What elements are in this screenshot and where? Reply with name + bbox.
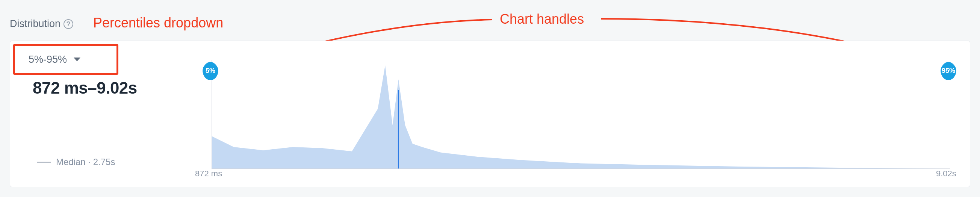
percentiles-dropdown[interactable]: 5%-95%: [13, 44, 118, 75]
chart-handle-low[interactable]: 5%: [201, 61, 220, 80]
annotation-handles-label: Chart handles: [500, 11, 584, 27]
section-header: Distribution ?: [10, 18, 73, 30]
section-title: Distribution: [10, 18, 60, 30]
range-value: 872 ms–9.02s: [33, 79, 137, 97]
help-icon[interactable]: ?: [64, 19, 73, 29]
median-legend: Median · 2.75s: [37, 157, 115, 167]
median-swatch-icon: [37, 162, 51, 163]
chart-handle-high[interactable]: 95%: [939, 61, 958, 80]
distribution-chart: [212, 60, 950, 169]
percentiles-dropdown-label: 5%-95%: [29, 54, 67, 65]
chevron-down-icon: [74, 57, 80, 61]
chart-handle-high-label: 95%: [942, 67, 955, 75]
annotation-dropdown-label: Percentiles dropdown: [93, 15, 223, 31]
x-axis-max-label: 9.02s: [936, 169, 956, 179]
x-axis-min-label: 872 ms: [195, 169, 222, 179]
distribution-card: 5%-95% 872 ms–9.02s Median · 2.75s 872 m…: [10, 41, 970, 187]
chart-handle-low-label: 5%: [205, 67, 215, 75]
median-label: Median · 2.75s: [56, 157, 115, 167]
